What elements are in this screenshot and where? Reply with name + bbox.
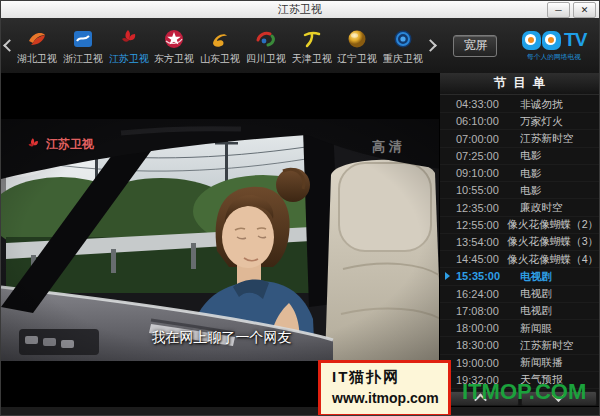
program-row[interactable]: 09:10:00电影 (440, 165, 599, 182)
program-row[interactable]: 19:00:00新闻联播 (440, 355, 599, 372)
program-row[interactable]: 18:00:00新闻眼 (440, 320, 599, 337)
program-time: 17:08:00 (456, 305, 512, 317)
channel-tab-hubei[interactable]: 湖北卫视 (14, 26, 60, 66)
close-button[interactable]: ✕ (573, 2, 596, 18)
window-controls: ─ ✕ (547, 2, 596, 18)
program-row[interactable]: 17:08:00电视剧 (440, 303, 599, 320)
itmop-watermark-url: www.itmop.com (332, 390, 448, 406)
pptv-window: 江苏卫视 ─ ✕ 湖北卫视 浙江卫视 江苏卫视 (0, 0, 600, 416)
tianjin-tv-icon (300, 26, 324, 51)
channel-label: 山东卫视 (200, 52, 240, 65)
channel-label: 浙江卫视 (63, 52, 103, 65)
channel-label: 江苏卫视 (109, 52, 149, 65)
zhejiang-tv-icon (71, 26, 95, 51)
channel-tab-jiangsu[interactable]: 江苏卫视 (106, 26, 152, 66)
window-bottom-edge (1, 406, 599, 415)
program-name: 像火花像蝴蝶（4） (507, 252, 598, 267)
program-row[interactable]: 06:10:00万家灯火 (440, 113, 599, 130)
program-name: 非诚勿扰 (520, 97, 563, 112)
program-row[interactable]: 07:00:00江苏新时空 (440, 130, 599, 147)
channel-tab-chongqing[interactable]: 重庆卫视 (380, 26, 426, 66)
program-time: 19:00:00 (456, 357, 512, 369)
channel-tab-liaoning[interactable]: 辽宁卫视 (335, 26, 381, 66)
program-name: 新闻眼 (520, 321, 552, 336)
program-time: 06:10:00 (456, 115, 512, 127)
program-row[interactable]: 18:30:00江苏新时空 (440, 337, 599, 354)
channel-label: 天津卫视 (292, 52, 332, 65)
program-row-current[interactable]: 15:35:00电视剧 (440, 268, 599, 285)
jiangsu-tv-watermark-icon (25, 136, 42, 153)
channel-tab-sichuan[interactable]: 四川卫视 (243, 26, 289, 66)
jiangsu-tv-watermark: 江苏卫视 (25, 136, 94, 153)
widescreen-button[interactable]: 宽屏 (453, 35, 497, 57)
program-name: 电视剧 (520, 269, 552, 284)
program-list-panel: 节目单 04:33:00非诚勿扰 06:10:00万家灯火 07:00:00江苏… (439, 73, 599, 409)
program-name: 像火花像蝴蝶（2） (507, 217, 598, 232)
program-time: 07:25:00 (456, 150, 512, 162)
itmop-watermark-box: IT猫扑网 www.itmop.com (318, 360, 451, 416)
jiangsu-tv-watermark-text: 江苏卫视 (46, 136, 94, 153)
program-name: 电视剧 (520, 304, 552, 319)
channel-tab-zhejiang[interactable]: 浙江卫视 (60, 26, 106, 66)
pptv-tv-text: TV (564, 29, 586, 51)
channel-label: 四川卫视 (246, 52, 286, 65)
program-row[interactable]: 07:25:00电影 (440, 148, 599, 165)
sichuan-tv-icon (254, 26, 278, 51)
program-list-header: 节目单 (440, 73, 599, 95)
pptv-tagline: 每个人的网络电视 (527, 53, 581, 62)
shandong-tv-icon (208, 26, 232, 51)
program-row[interactable]: 16:24:00电视剧 (440, 286, 599, 303)
program-row[interactable]: 04:33:00非诚勿扰 (440, 96, 599, 113)
channel-label: 东方卫视 (155, 52, 195, 65)
program-time: 07:00:00 (456, 133, 512, 145)
program-row[interactable]: 14:45:00像火花像蝴蝶（4） (440, 251, 599, 268)
chevron-right-icon (424, 39, 437, 52)
channel-tab-dongfang[interactable]: 东方卫视 (152, 26, 198, 66)
channel-tab-tianjin[interactable]: 天津卫视 (289, 26, 335, 66)
video-player-area: 江苏卫视 高清 我在网上聊了一个网友 (1, 73, 442, 407)
next-channels-button[interactable] (426, 34, 439, 58)
program-name: 廉政时空 (520, 200, 563, 215)
program-time: 09:10:00 (456, 167, 512, 179)
channel-label: 辽宁卫视 (338, 52, 378, 65)
program-time: 10:55:00 (456, 184, 512, 196)
program-time: 12:55:00 (456, 219, 499, 231)
program-name: 电视剧 (520, 286, 552, 301)
program-row[interactable]: 13:54:00像火花像蝴蝶（3） (440, 234, 599, 251)
program-time: 15:35:00 (456, 270, 512, 282)
program-time: 18:00:00 (456, 322, 512, 334)
itmop-watermark-title: IT猫扑网 (332, 368, 448, 387)
program-name: 电影 (520, 166, 541, 181)
program-name: 电影 (520, 183, 541, 198)
channel-label: 湖北卫视 (17, 52, 57, 65)
program-name: 江苏新时空 (520, 131, 573, 146)
now-playing-icon (445, 272, 450, 280)
pptv-p-icon (542, 31, 561, 50)
program-row[interactable]: 12:55:00像火花像蝴蝶（2） (440, 217, 599, 234)
program-time: 14:45:00 (456, 253, 499, 265)
program-name: 万家灯火 (520, 114, 563, 129)
video-frame[interactable]: 江苏卫视 高清 我在网上聊了一个网友 (1, 119, 442, 361)
pptv-logo: TV 每个人的网络电视 (509, 29, 599, 62)
channel-tab-shandong[interactable]: 山东卫视 (197, 26, 243, 66)
minimize-button[interactable]: ─ (547, 2, 570, 18)
jiangsu-tv-icon (117, 26, 141, 51)
program-time: 18:30:00 (456, 339, 512, 351)
program-time: 13:54:00 (456, 236, 499, 248)
program-time: 12:35:00 (456, 202, 512, 214)
program-list-rows: 04:33:00非诚勿扰 06:10:00万家灯火 07:00:00江苏新时空 … (440, 96, 599, 389)
itmop-overlay-watermark: ITMOP.COM (462, 379, 586, 405)
window-titlebar[interactable]: 江苏卫视 ─ ✕ (1, 1, 599, 19)
program-row[interactable]: 12:35:00廉政时空 (440, 199, 599, 216)
window-title: 江苏卫视 (278, 2, 322, 17)
video-subtitle: 我在网上聊了一个网友 (1, 329, 442, 347)
program-name: 电影 (520, 149, 541, 164)
program-row[interactable]: 10:55:00电影 (440, 182, 599, 199)
hd-badge: 高清 (372, 138, 406, 156)
channel-label: 重庆卫视 (383, 52, 423, 65)
prev-channels-button[interactable] (1, 34, 14, 58)
program-name: 新闻联播 (520, 355, 563, 370)
liaoning-tv-icon (345, 26, 369, 51)
program-time: 04:33:00 (456, 98, 512, 110)
program-time: 16:24:00 (456, 288, 512, 300)
